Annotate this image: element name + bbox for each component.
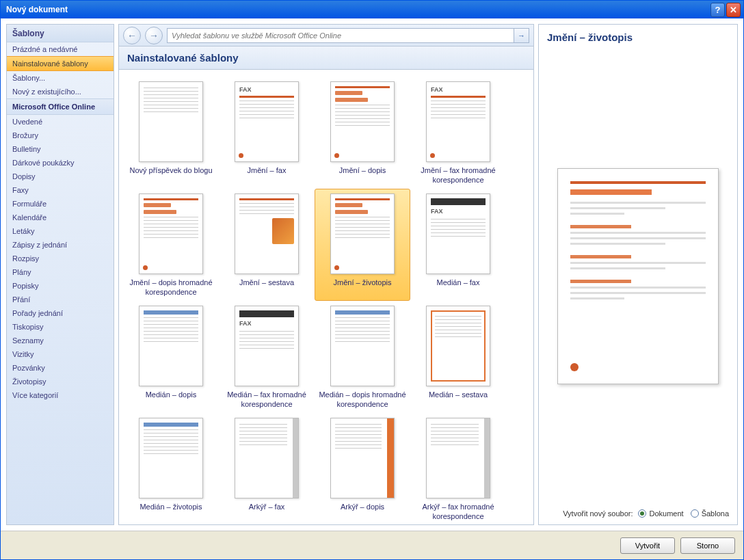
- template-thumbnail: FAX: [426, 194, 490, 274]
- preview-area: [539, 50, 737, 503]
- template-thumbnail: [139, 194, 203, 274]
- sidebar-item[interactable]: Faxy: [7, 183, 114, 197]
- titlebar: Nový dokument ? ✕: [1, 1, 743, 18]
- template-item[interactable]: Jmění – životopis: [315, 189, 410, 301]
- radio-template-label: Šablona: [702, 509, 729, 518]
- template-label: Jmění – fax hromadné korespondence: [414, 166, 503, 185]
- sidebar-heading: Šablony: [7, 25, 114, 42]
- search-go-button[interactable]: →: [514, 29, 529, 42]
- close-button[interactable]: ✕: [726, 3, 741, 17]
- template-item[interactable]: FAXMedián – fax: [410, 189, 506, 301]
- preview-page: [557, 168, 719, 384]
- template-item[interactable]: FAXMedián – fax hromadné korespondence: [219, 301, 315, 413]
- template-item[interactable]: Nový příspěvek do blogu: [123, 77, 219, 189]
- template-thumbnail: FAX: [426, 81, 490, 162]
- sidebar-item[interactable]: Pozvánky: [7, 361, 114, 375]
- template-thumbnail: [330, 194, 395, 274]
- template-item[interactable]: Arkýř – fax hromadné korespondence: [410, 413, 506, 524]
- template-label: Medián – sestava: [429, 390, 488, 410]
- template-label: Jmění – sestava: [239, 278, 294, 297]
- sidebar-item[interactable]: Seznamy: [7, 334, 114, 347]
- template-thumbnail: [330, 418, 395, 498]
- forward-button[interactable]: →: [145, 27, 163, 44]
- template-label: Medián – dopis hromadné korespondence: [318, 390, 407, 410]
- main-column: ← → → Nainstalované šablony Nový příspěv…: [118, 24, 534, 525]
- template-thumbnail: [330, 306, 395, 386]
- content-header: Nainstalované šablony: [119, 46, 533, 70]
- template-label: Medián – fax: [437, 278, 480, 297]
- sidebar-item[interactable]: Dárkové poukázky: [7, 156, 114, 170]
- sidebar-section-online[interactable]: Microsoft Office Online: [7, 98, 114, 115]
- radio-template[interactable]: Šablona: [691, 509, 729, 518]
- template-thumbnail: [139, 81, 203, 162]
- template-thumbnail: [426, 306, 490, 386]
- search-input[interactable]: [168, 29, 514, 42]
- sidebar-item[interactable]: Tiskopisy: [7, 320, 114, 334]
- sidebar-item[interactable]: Brožury: [7, 129, 114, 142]
- template-item[interactable]: Medián – dopis hromadné korespondence: [315, 301, 410, 413]
- template-label: Nový příspěvek do blogu: [129, 166, 212, 185]
- template-label: Medián – dopis: [146, 390, 197, 410]
- template-grid: Nový příspěvek do bloguFAXJmění – faxJmě…: [119, 70, 533, 524]
- template-item[interactable]: Medián – dopis: [123, 301, 219, 413]
- preview-title: Jmění – životopis: [539, 25, 737, 50]
- sidebar-item[interactable]: Letáky: [7, 224, 114, 238]
- back-button[interactable]: ←: [123, 27, 141, 44]
- sidebar-item[interactable]: Bulletiny: [7, 142, 114, 156]
- template-label: Medián – životopis: [140, 503, 202, 522]
- sidebar-item[interactable]: Dopisy: [7, 170, 114, 183]
- template-item[interactable]: Medián – životopis: [123, 413, 219, 524]
- template-label: Jmění – fax: [248, 166, 287, 185]
- sidebar-item[interactable]: Přání: [7, 293, 114, 306]
- template-label: Arkýř – fax: [249, 503, 285, 522]
- template-item[interactable]: Jmění – sestava: [219, 189, 315, 301]
- template-item[interactable]: FAXJmění – fax hromadné korespondence: [410, 77, 506, 189]
- template-item[interactable]: Jmění – dopis: [315, 77, 410, 189]
- radio-icon: [691, 509, 699, 518]
- template-thumbnail: [235, 194, 299, 274]
- radio-icon: [638, 509, 646, 518]
- sidebar-item[interactable]: Nainstalované šablony: [7, 56, 114, 71]
- template-item[interactable]: FAXJmění – fax: [219, 77, 315, 189]
- cancel-button[interactable]: Storno: [680, 537, 735, 554]
- button-bar: Vytvořit Storno: [1, 531, 743, 559]
- sidebar-item[interactable]: Kalendáře: [7, 211, 114, 224]
- sidebar-item[interactable]: Vizitky: [7, 347, 114, 361]
- create-button[interactable]: Vytvořit: [620, 537, 675, 554]
- sidebar-item[interactable]: Životopisy: [7, 375, 114, 388]
- template-thumbnail: [139, 306, 203, 386]
- sidebar-item[interactable]: Nový z existujícího...: [7, 85, 114, 98]
- template-item[interactable]: Arkýř – fax: [219, 413, 315, 524]
- template-thumbnail: [235, 418, 299, 498]
- preview-panel: Jmění – životopis Vytvořit nový soubor:: [538, 24, 738, 525]
- radio-document[interactable]: Dokument: [638, 509, 683, 518]
- sidebar-item[interactable]: Pořady jednání: [7, 306, 114, 320]
- sidebar-item[interactable]: Více kategorií: [7, 388, 114, 402]
- template-thumbnail: FAX: [235, 81, 299, 162]
- sidebar-item[interactable]: Zápisy z jednání: [7, 238, 114, 252]
- create-new-file-label: Vytvořit nový soubor:: [563, 509, 633, 518]
- sidebar: Šablony Prázdné a nedávnéNainstalované š…: [6, 24, 114, 525]
- sidebar-item[interactable]: Prázdné a nedávné: [7, 42, 114, 56]
- template-item[interactable]: Jmění – dopis hromadné korespondence: [123, 189, 219, 301]
- help-button[interactable]: ?: [710, 3, 725, 17]
- dialog-body: Šablony Prázdné a nedávnéNainstalované š…: [1, 18, 743, 531]
- sidebar-item[interactable]: Rozpisy: [7, 252, 114, 265]
- template-label: Jmění – životopis: [334, 278, 392, 297]
- toolbar: ← → →: [118, 24, 534, 46]
- template-item[interactable]: Arkýř – dopis: [315, 413, 410, 524]
- template-item[interactable]: Medián – sestava: [410, 301, 506, 413]
- sidebar-item[interactable]: Formuláře: [7, 197, 114, 211]
- sidebar-item[interactable]: Plány: [7, 265, 114, 279]
- template-thumbnail: FAX: [235, 306, 299, 386]
- template-thumbnail: [426, 418, 490, 498]
- sidebar-item[interactable]: Šablony...: [7, 71, 114, 85]
- arrow-left-icon: ←: [127, 30, 137, 41]
- content-panel: Nainstalované šablony Nový příspěvek do …: [118, 46, 534, 525]
- arrow-right-icon: →: [149, 30, 159, 41]
- template-label: Arkýř – fax hromadné korespondence: [414, 503, 503, 522]
- sidebar-item[interactable]: Uvedené: [7, 115, 114, 129]
- radio-group: Dokument Šablona: [638, 509, 729, 518]
- radio-document-label: Dokument: [649, 509, 683, 518]
- sidebar-item[interactable]: Popisky: [7, 279, 114, 293]
